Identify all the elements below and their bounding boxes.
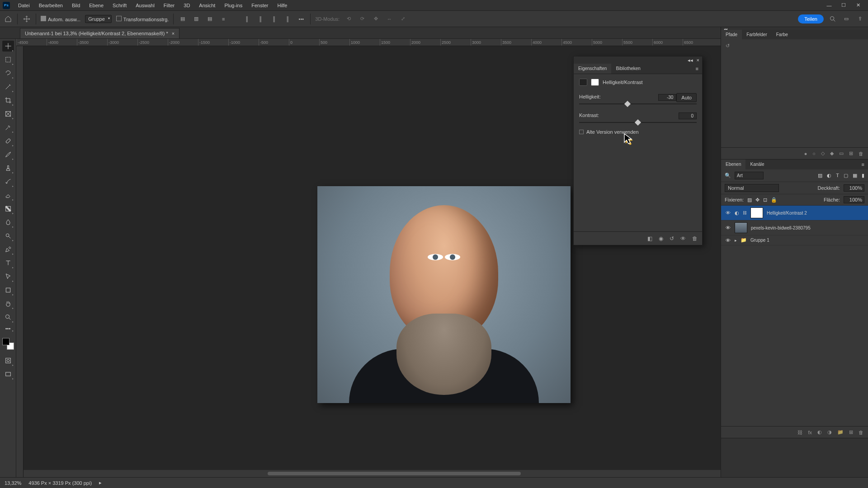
contrast-value[interactable]: 0 xyxy=(679,113,697,119)
fill-path-icon[interactable]: ● xyxy=(804,151,807,156)
info-expand-icon[interactable]: ▸ xyxy=(99,480,102,486)
layers-menu-icon[interactable]: ≡ xyxy=(858,160,868,169)
layer-mask-icon[interactable] xyxy=(591,79,599,86)
filter-adjust-icon[interactable]: ◐ xyxy=(827,173,831,178)
color-swatch[interactable] xyxy=(2,338,14,350)
distribute-v-icon[interactable]: ║ xyxy=(283,14,292,23)
dodge-tool[interactable] xyxy=(2,230,14,241)
mask-thumbnail[interactable] xyxy=(750,207,763,218)
new-layer-icon[interactable]: ⊞ xyxy=(849,429,853,435)
export-icon[interactable]: ⇪ xyxy=(855,14,864,23)
visibility-toggle-icon[interactable]: 👁 xyxy=(725,238,731,243)
menu-auswahl[interactable]: Auswahl xyxy=(131,0,159,10)
tab-bibliotheken[interactable]: Bibliotheken xyxy=(611,64,645,74)
crop-tool[interactable] xyxy=(2,95,14,106)
view-previous-icon[interactable]: ◉ xyxy=(659,235,663,242)
align-center-h-icon[interactable]: ▥ xyxy=(192,14,201,23)
horizontal-scrollbar[interactable] xyxy=(24,470,721,477)
tab-ebenen[interactable]: Ebenen xyxy=(721,160,745,169)
delete-path-icon[interactable]: 🗑 xyxy=(859,151,863,156)
brightness-handle[interactable] xyxy=(624,101,631,107)
maximize-button[interactable]: ☐ xyxy=(836,0,851,11)
horizontal-ruler[interactable]: -4500-4000-3500-3000-2500-2000-1500-1000… xyxy=(16,39,721,46)
blend-mode-select[interactable]: Normal xyxy=(725,184,779,192)
reset-icon[interactable]: ↺ xyxy=(670,235,674,242)
add-mask-icon[interactable]: ◐ xyxy=(817,429,822,435)
filter-pixel-icon[interactable]: ▨ xyxy=(818,173,822,178)
layers-body-spacer[interactable] xyxy=(721,245,868,426)
filter-smart-icon[interactable]: ▦ xyxy=(853,173,857,178)
collapse-panel-icon[interactable]: ◂◂ xyxy=(688,57,693,63)
zoom-level[interactable]: 13,32% xyxy=(5,480,21,486)
minimize-button[interactable]: — xyxy=(822,0,836,11)
blur-tool[interactable] xyxy=(2,217,14,228)
expand-group-icon[interactable]: ▸ xyxy=(735,238,737,243)
opacity-value[interactable]: 100% xyxy=(844,184,864,192)
close-panel-icon[interactable]: × xyxy=(697,57,699,63)
lock-all-icon[interactable]: 🔒 xyxy=(771,197,777,203)
scrollbar-thumb[interactable] xyxy=(268,472,521,475)
type-tool[interactable] xyxy=(2,258,14,268)
tab-farbfelder[interactable]: Farbfelder xyxy=(742,30,772,39)
edit-toolbar-icon[interactable]: ••• xyxy=(2,325,14,332)
eyedropper-tool[interactable] xyxy=(2,122,14,133)
image-thumbnail[interactable] xyxy=(735,222,747,233)
document-image[interactable] xyxy=(317,186,571,403)
screenmode-icon[interactable] xyxy=(2,369,14,380)
tab-kanaele[interactable]: Kanäle xyxy=(745,160,769,169)
document-tab[interactable]: Unbenannt-1 bei 13,3% (Helligkeit/Kontra… xyxy=(20,28,179,38)
more-align-icon[interactable]: ••• xyxy=(297,14,306,23)
layer-name[interactable]: pexels-kevin-bidwell-2380795 xyxy=(751,225,811,230)
fill-value[interactable]: 100% xyxy=(844,196,864,203)
layer-row-image[interactable]: 👁 pexels-kevin-bidwell-2380795 xyxy=(721,221,868,235)
legacy-checkbox[interactable] xyxy=(579,130,584,134)
legacy-row[interactable]: Alte Version verwenden xyxy=(579,129,697,135)
pen-tool[interactable] xyxy=(2,244,14,255)
distribute-h-icon[interactable]: ≡ xyxy=(219,14,228,23)
close-tab-icon[interactable]: × xyxy=(172,31,175,36)
wand-tool[interactable] xyxy=(2,81,14,92)
make-workpath-icon[interactable]: ◆ xyxy=(830,150,834,156)
stamp-tool[interactable] xyxy=(2,163,14,174)
align-center-v-icon[interactable]: ║ xyxy=(256,14,265,23)
path-select-tool[interactable] xyxy=(2,271,14,282)
menu-plugins[interactable]: Plug-ins xyxy=(220,0,247,10)
layer-name[interactable]: Helligkeit/Kontrast 2 xyxy=(767,211,807,216)
marquee-tool[interactable] xyxy=(2,54,14,65)
new-path-icon[interactable]: ⊞ xyxy=(849,150,853,156)
delete-adjustment-icon[interactable]: 🗑 xyxy=(692,235,698,242)
brightness-value[interactable]: -30 xyxy=(658,94,676,101)
transform-controls-checkbox[interactable]: Transformationsstrg. xyxy=(116,16,169,22)
history-state-icon[interactable]: ↺ xyxy=(726,43,730,49)
menu-bild[interactable]: Bild xyxy=(67,0,85,10)
menu-hilfe[interactable]: Hilfe xyxy=(273,0,292,10)
document-info[interactable]: 4936 Px × 3319 Px (300 ppi) xyxy=(28,480,92,486)
auto-select-target[interactable]: Gruppe xyxy=(85,15,112,23)
layer-row-group[interactable]: 👁 ▸ 📁 Gruppe 1 xyxy=(721,235,868,245)
layer-fx-icon[interactable]: fx xyxy=(808,430,812,435)
align-right-icon[interactable]: ▤ xyxy=(205,14,214,23)
tab-farbe[interactable]: Farbe xyxy=(772,30,793,39)
auto-select-checkbox[interactable]: Autom. ausw... xyxy=(41,16,80,22)
share-button[interactable]: Teilen xyxy=(798,14,824,23)
menu-fenster[interactable]: Fenster xyxy=(247,0,273,10)
align-left-icon[interactable]: ▤ xyxy=(178,14,187,23)
new-group-icon[interactable]: 📁 xyxy=(837,429,844,435)
close-button[interactable]: ✕ xyxy=(851,0,865,11)
zoom-tool[interactable] xyxy=(2,312,14,323)
delete-layer-icon[interactable]: 🗑 xyxy=(859,430,863,435)
move-tool[interactable] xyxy=(2,41,14,52)
clip-to-layer-icon[interactable]: ◧ xyxy=(647,235,652,242)
tab-pfade[interactable]: Pfade xyxy=(721,30,742,39)
contrast-handle[interactable] xyxy=(635,119,641,126)
menu-datei[interactable]: Datei xyxy=(14,0,34,10)
paths-body[interactable] xyxy=(721,52,868,147)
frame-tool[interactable] xyxy=(2,108,14,119)
brush-tool[interactable] xyxy=(2,149,14,160)
filter-shape-icon[interactable]: ▢ xyxy=(844,173,848,178)
lock-pixels-icon[interactable]: ▨ xyxy=(747,197,752,203)
lasso-tool[interactable] xyxy=(2,68,14,79)
vertical-ruler[interactable] xyxy=(16,46,24,477)
filter-toggle-icon[interactable]: ▮ xyxy=(862,173,864,178)
tab-eigenschaften[interactable]: Eigenschaften xyxy=(574,64,611,74)
